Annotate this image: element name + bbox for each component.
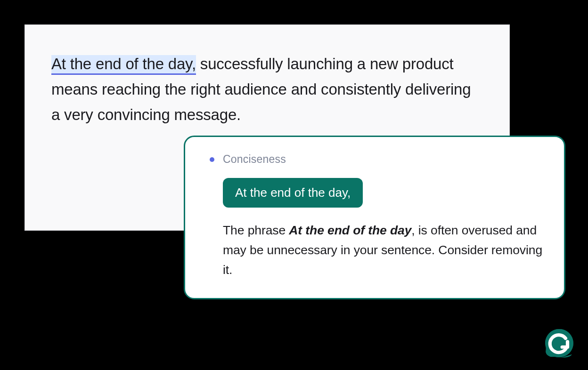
- suggestion-chip[interactable]: At the end of the day,: [223, 178, 363, 208]
- editor-text[interactable]: At the end of the day, successfully laun…: [51, 51, 481, 127]
- suggestion-header: Conciseness: [210, 153, 544, 166]
- grammarly-logo-icon[interactable]: [544, 328, 575, 359]
- suggestion-desc-prefix: The phrase: [223, 223, 289, 237]
- suggestion-category: Conciseness: [223, 153, 286, 166]
- suggestion-card[interactable]: Conciseness At the end of the day, The p…: [184, 136, 565, 299]
- suggestion-desc-bold: At the end of the day: [289, 223, 411, 237]
- category-dot-icon: [210, 157, 214, 162]
- highlighted-phrase[interactable]: At the end of the day,: [51, 55, 196, 75]
- suggestion-description: The phrase At the end of the day, is oft…: [223, 221, 544, 280]
